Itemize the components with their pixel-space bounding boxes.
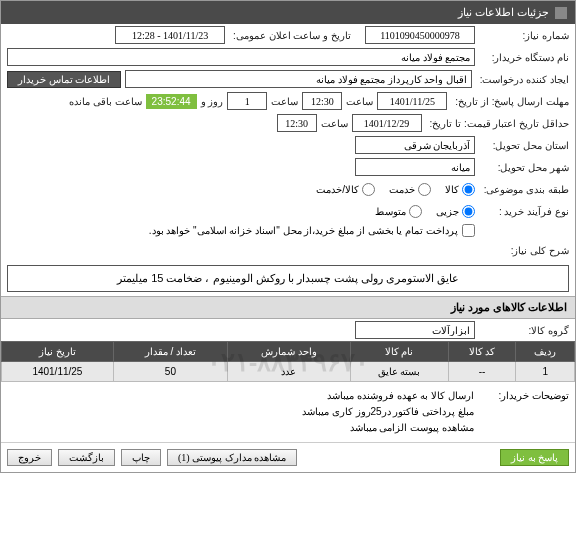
province-label: استان محل تحویل: (479, 140, 569, 151)
cell-name: بسته عایق (350, 362, 448, 382)
validity-label: حداقل تاریخ اعتبار قیمت: تا تاریخ: (426, 118, 569, 129)
proc-partial-option[interactable]: جزیی (436, 205, 475, 218)
exit-button[interactable]: خروج (7, 449, 52, 466)
province-input[interactable] (355, 136, 475, 154)
attachments-button[interactable]: مشاهده مدارک پیوستی (1) (167, 449, 297, 466)
group-input[interactable] (355, 321, 475, 339)
cat-kala-option[interactable]: کالا (445, 183, 475, 196)
cell-code: -- (448, 362, 516, 382)
time-label-2: ساعت (271, 96, 298, 107)
deadline-time-input[interactable] (302, 92, 342, 110)
process-radio-group: جزیی متوسط (375, 205, 475, 218)
print-button[interactable]: چاپ (121, 449, 161, 466)
buyer-notes-label: توضیحات خریدار: (474, 388, 569, 436)
th-qty: تعداد / مقدار (113, 342, 227, 362)
group-label: گروه کالا: (479, 325, 569, 336)
requester-input[interactable] (125, 70, 472, 88)
th-date: تاریخ نیاز (2, 342, 114, 362)
th-row: ردیف (516, 342, 575, 362)
cat-both-radio[interactable] (362, 183, 375, 196)
remaining-time-badge: 23:52:44 (146, 94, 197, 109)
payment-checkbox[interactable] (462, 224, 475, 237)
buyer-input[interactable] (7, 48, 475, 66)
validity-time-input[interactable] (277, 114, 317, 132)
table-row[interactable]: 1 -- بسته عایق عدد 50 1401/11/25 (2, 362, 575, 382)
table-container: ردیف کد کالا نام کالا واحد شمارش تعداد /… (1, 341, 575, 382)
cell-unit: عدد (228, 362, 351, 382)
buyer-notes-text: ارسال کالا به عهده فروشنده میباشد مبلغ پ… (302, 388, 474, 436)
announce-input[interactable] (115, 26, 225, 44)
cell-qty: 50 (113, 362, 227, 382)
days-input[interactable] (227, 92, 267, 110)
need-no-label: شماره نیاز: (479, 30, 569, 41)
cat-khedmat-radio[interactable] (418, 183, 431, 196)
days-label: روز و (201, 96, 224, 107)
cat-kala-radio[interactable] (462, 183, 475, 196)
remaining-label: ساعت باقی مانده (69, 96, 142, 107)
panel-title: جزئیات اطلاعات نیاز (458, 6, 549, 19)
buyer-notes-row: توضیحات خریدار: ارسال کالا به عهده فروشن… (1, 382, 575, 442)
need-desc-label: شرح کلی نیاز: (479, 245, 569, 256)
items-section-header: اطلاعات کالاهای مورد نیاز (1, 296, 575, 319)
th-name: نام کالا (350, 342, 448, 362)
need-description: عایق الاستومری رولی پشت چسبدار با روکش ا… (7, 265, 569, 292)
time-label-1: ساعت (346, 96, 373, 107)
category-label: طبقه بندی موضوعی: (479, 184, 569, 195)
back-button[interactable]: بازگشت (58, 449, 115, 466)
announce-label: تاریخ و ساعت اعلان عمومی: (229, 30, 351, 41)
category-radio-group: کالا خدمت کالا/خدمت (316, 183, 475, 196)
footer-bar: پاسخ به نیاز مشاهده مدارک پیوستی (1) چاپ… (1, 442, 575, 472)
city-input[interactable] (355, 158, 475, 176)
cat-both-option[interactable]: کالا/خدمت (316, 183, 375, 196)
validity-date-input[interactable] (352, 114, 422, 132)
time-label-3: ساعت (321, 118, 348, 129)
contact-button[interactable]: اطلاعات تماس خریدار (7, 71, 121, 88)
payment-note: پرداخت تمام یا بخشی از مبلغ خرید،از محل … (149, 225, 458, 236)
requester-label: ایجاد کننده درخواست: (476, 74, 569, 85)
proc-medium-option[interactable]: متوسط (375, 205, 422, 218)
deadline-label: مهلت ارسال پاسخ: از تاریخ: (451, 96, 569, 107)
deadline-date-input[interactable] (377, 92, 447, 110)
th-unit: واحد شمارش (228, 342, 351, 362)
details-panel: جزئیات اطلاعات نیاز شماره نیاز: تاریخ و … (0, 0, 576, 473)
need-no-input[interactable] (365, 26, 475, 44)
th-code: کد کالا (448, 342, 516, 362)
proc-medium-radio[interactable] (409, 205, 422, 218)
process-label: نوع فرآیند خرید : (479, 206, 569, 217)
cell-idx: 1 (516, 362, 575, 382)
proc-partial-radio[interactable] (462, 205, 475, 218)
city-label: شهر محل تحویل: (479, 162, 569, 173)
respond-button[interactable]: پاسخ به نیاز (500, 449, 569, 466)
items-table: ردیف کد کالا نام کالا واحد شمارش تعداد /… (1, 341, 575, 382)
panel-header: جزئیات اطلاعات نیاز (1, 1, 575, 24)
info-icon (555, 7, 567, 19)
cat-khedmat-option[interactable]: خدمت (389, 183, 431, 196)
buyer-label: نام دستگاه خریدار: (479, 52, 569, 63)
cell-date: 1401/11/25 (2, 362, 114, 382)
